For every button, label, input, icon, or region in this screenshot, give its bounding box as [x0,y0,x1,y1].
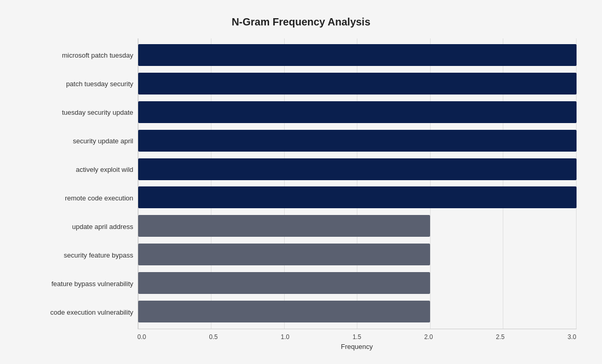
chart-title: N-Gram Frequency Analysis [26,16,577,28]
bar [138,215,431,237]
bar-row [138,270,577,296]
x-tick: 2.5 [496,333,505,341]
y-label: microsoft patch tuesday [26,42,138,68]
bar-row [138,99,577,125]
y-axis: microsoft patch tuesdaypatch tuesday sec… [26,38,138,329]
bar-row [138,42,577,68]
y-label: remote code execution [26,185,138,211]
bar-row [138,241,577,267]
bar [138,244,431,265]
x-tick: 0.5 [209,333,218,341]
bar [138,73,577,95]
y-label: patch tuesday security [26,71,138,97]
chart-container: N-Gram Frequency Analysis microsoft patc… [16,6,587,359]
bar-row [138,299,577,325]
y-label: update april address [26,213,138,239]
bar [138,130,577,152]
x-axis: 0.00.51.01.52.02.53.0 [138,333,577,341]
x-tick: 0.0 [138,333,146,341]
y-label: security feature bypass [26,242,138,268]
bar-row [138,71,577,97]
bar-row [138,213,577,239]
x-axis-label: Frequency [138,343,577,350]
bar [138,44,577,66]
y-label: feature bypass vulnerability [26,271,138,296]
bar-row [138,184,577,210]
bar [138,301,431,322]
bar-row [138,128,577,154]
y-label: code execution vulnerability [26,299,138,325]
bar [138,272,431,294]
x-tick: 1.0 [281,333,290,341]
bar-row [138,156,577,182]
y-label: security update april [26,128,138,154]
plot-area [138,38,577,329]
x-tick: 2.0 [424,333,433,341]
bar [138,186,577,208]
bar [138,101,577,123]
y-label: tuesday security update [26,99,138,125]
x-tick: 3.0 [568,333,577,341]
x-tick: 1.5 [353,333,362,341]
bar [138,158,577,180]
chart-area: microsoft patch tuesdaypatch tuesday sec… [26,38,577,329]
y-label: actively exploit wild [26,156,138,182]
